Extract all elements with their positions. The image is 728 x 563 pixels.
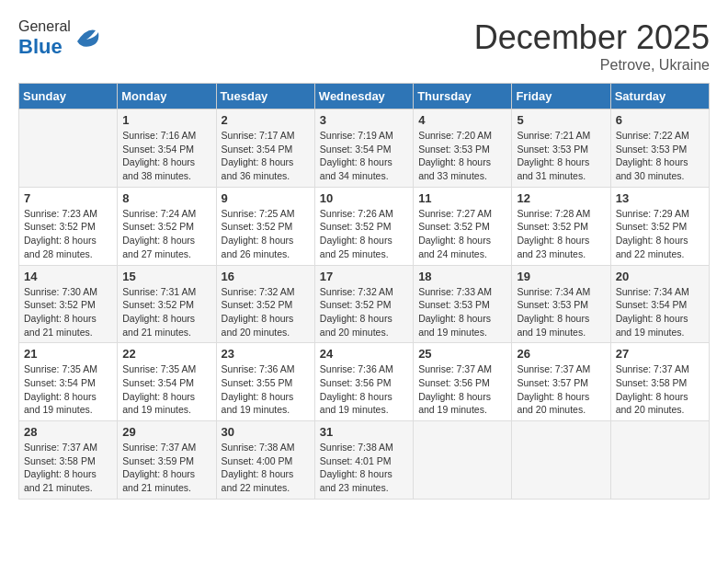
sunset-text: Sunset: 3:53 PM — [418, 143, 506, 156]
sunrise-text: Sunrise: 7:34 AM — [517, 285, 605, 299]
calendar-cell: 9Sunrise: 7:25 AMSunset: 3:52 PMDaylight… — [216, 187, 314, 265]
calendar-cell: 18Sunrise: 7:33 AMSunset: 3:53 PMDayligh… — [414, 265, 512, 343]
weekday-header-sunday: Sunday — [19, 84, 118, 109]
daylight-text: Daylight: 8 hours and 19 minutes. — [320, 390, 408, 417]
daylight-text: Daylight: 8 hours and 19 minutes. — [122, 390, 210, 417]
cell-content: Sunrise: 7:29 AMSunset: 3:52 PMDaylight:… — [616, 207, 704, 261]
daylight-text: Daylight: 8 hours and 33 minutes. — [418, 155, 506, 182]
sunrise-text: Sunrise: 7:37 AM — [517, 362, 605, 376]
daylight-text: Daylight: 8 hours and 21 minutes. — [122, 312, 210, 339]
day-number: 29 — [122, 425, 210, 439]
sunset-text: Sunset: 3:52 PM — [418, 220, 506, 234]
daylight-text: Daylight: 8 hours and 19 minutes. — [418, 312, 506, 339]
sunrise-text: Sunrise: 7:37 AM — [24, 441, 112, 454]
day-number: 18 — [418, 270, 506, 283]
calendar-cell: 17Sunrise: 7:32 AMSunset: 3:52 PMDayligh… — [314, 265, 413, 343]
calendar-cell: 25Sunrise: 7:37 AMSunset: 3:56 PMDayligh… — [414, 343, 512, 421]
day-number: 27 — [616, 347, 704, 361]
sunrise-text: Sunrise: 7:32 AM — [222, 285, 310, 299]
cell-content: Sunrise: 7:21 AMSunset: 3:53 PMDaylight:… — [517, 129, 605, 183]
daylight-text: Daylight: 8 hours and 20 minutes. — [616, 390, 704, 417]
calendar-cell: 13Sunrise: 7:29 AMSunset: 3:52 PMDayligh… — [610, 187, 709, 265]
weekday-header-row: SundayMondayTuesdayWednesdayThursdayFrid… — [19, 84, 710, 109]
sunrise-text: Sunrise: 7:35 AM — [122, 362, 210, 376]
day-number: 5 — [517, 113, 605, 127]
calendar-cell — [610, 421, 709, 500]
sunset-text: Sunset: 3:54 PM — [320, 143, 408, 156]
calendar-cell: 10Sunrise: 7:26 AMSunset: 3:52 PMDayligh… — [314, 187, 413, 265]
weekday-header-tuesday: Tuesday — [216, 84, 314, 109]
cell-content: Sunrise: 7:37 AMSunset: 3:57 PMDaylight:… — [517, 362, 605, 417]
calendar-body: 1Sunrise: 7:16 AMSunset: 3:54 PMDaylight… — [19, 109, 710, 500]
weekday-header-saturday: Saturday — [610, 84, 709, 109]
sunrise-text: Sunrise: 7:28 AM — [517, 207, 605, 221]
logo-icon — [73, 23, 100, 51]
calendar-cell: 26Sunrise: 7:37 AMSunset: 3:57 PMDayligh… — [512, 343, 610, 421]
day-number: 17 — [320, 270, 408, 283]
sunrise-text: Sunrise: 7:37 AM — [616, 362, 704, 376]
sunrise-text: Sunrise: 7:27 AM — [418, 207, 506, 221]
daylight-text: Daylight: 8 hours and 28 minutes. — [24, 234, 112, 260]
cell-content: Sunrise: 7:24 AMSunset: 3:52 PMDaylight:… — [122, 207, 210, 261]
daylight-text: Daylight: 8 hours and 20 minutes. — [222, 312, 310, 339]
sunrise-text: Sunrise: 7:36 AM — [320, 362, 408, 376]
daylight-text: Daylight: 8 hours and 19 minutes. — [24, 390, 112, 417]
cell-content: Sunrise: 7:22 AMSunset: 3:53 PMDaylight:… — [616, 129, 704, 183]
sunset-text: Sunset: 3:54 PM — [616, 298, 704, 312]
sunrise-text: Sunrise: 7:30 AM — [24, 285, 112, 299]
sunrise-text: Sunrise: 7:38 AM — [320, 441, 408, 454]
calendar-week-row: 28Sunrise: 7:37 AMSunset: 3:58 PMDayligh… — [19, 421, 710, 500]
daylight-text: Daylight: 8 hours and 19 minutes. — [517, 312, 605, 339]
cell-content: Sunrise: 7:35 AMSunset: 3:54 PMDaylight:… — [24, 362, 112, 417]
cell-content: Sunrise: 7:26 AMSunset: 3:52 PMDaylight:… — [320, 207, 408, 261]
day-number: 4 — [418, 113, 506, 127]
calendar-table: SundayMondayTuesdayWednesdayThursdayFrid… — [18, 83, 710, 500]
calendar-cell — [414, 421, 512, 500]
cell-content: Sunrise: 7:34 AMSunset: 3:53 PMDaylight:… — [517, 285, 605, 339]
cell-content: Sunrise: 7:33 AMSunset: 3:53 PMDaylight:… — [418, 285, 506, 339]
sunset-text: Sunset: 3:52 PM — [616, 220, 704, 234]
daylight-text: Daylight: 8 hours and 25 minutes. — [320, 234, 408, 260]
daylight-text: Daylight: 8 hours and 21 minutes. — [24, 467, 112, 494]
month-title: December 2025 — [474, 18, 710, 57]
sunset-text: Sunset: 4:01 PM — [320, 454, 408, 468]
sunrise-text: Sunrise: 7:37 AM — [418, 362, 506, 376]
calendar-cell: 7Sunrise: 7:23 AMSunset: 3:52 PMDaylight… — [19, 187, 118, 265]
sunrise-text: Sunrise: 7:26 AM — [320, 207, 408, 221]
day-number: 9 — [222, 191, 310, 205]
sunset-text: Sunset: 3:54 PM — [122, 376, 210, 390]
cell-content: Sunrise: 7:31 AMSunset: 3:52 PMDaylight:… — [122, 285, 210, 339]
cell-content: Sunrise: 7:20 AMSunset: 3:53 PMDaylight:… — [418, 129, 506, 183]
sunset-text: Sunset: 3:56 PM — [418, 376, 506, 390]
day-number: 22 — [122, 347, 210, 361]
cell-content: Sunrise: 7:16 AMSunset: 3:54 PMDaylight:… — [122, 129, 210, 183]
daylight-text: Daylight: 8 hours and 19 minutes. — [418, 390, 506, 417]
calendar-cell: 22Sunrise: 7:35 AMSunset: 3:54 PMDayligh… — [118, 343, 216, 421]
daylight-text: Daylight: 8 hours and 22 minutes. — [616, 234, 704, 260]
sunrise-text: Sunrise: 7:36 AM — [222, 362, 310, 376]
cell-content: Sunrise: 7:37 AMSunset: 3:58 PMDaylight:… — [24, 441, 112, 495]
day-number: 26 — [517, 347, 605, 361]
calendar-cell: 8Sunrise: 7:24 AMSunset: 3:52 PMDaylight… — [118, 187, 216, 265]
sunrise-text: Sunrise: 7:24 AM — [122, 207, 210, 221]
calendar-cell: 5Sunrise: 7:21 AMSunset: 3:53 PMDaylight… — [512, 109, 610, 188]
sunset-text: Sunset: 3:52 PM — [222, 298, 310, 312]
sunset-text: Sunset: 3:58 PM — [616, 376, 704, 390]
logo: General Blue — [18, 18, 100, 59]
title-section: December 2025 Petrove, Ukraine — [474, 18, 710, 74]
sunset-text: Sunset: 3:54 PM — [122, 143, 210, 156]
day-number: 23 — [222, 347, 310, 361]
day-number: 24 — [320, 347, 408, 361]
cell-content: Sunrise: 7:28 AMSunset: 3:52 PMDaylight:… — [517, 207, 605, 261]
calendar-cell: 19Sunrise: 7:34 AMSunset: 3:53 PMDayligh… — [512, 265, 610, 343]
day-number: 30 — [222, 425, 310, 439]
daylight-text: Daylight: 8 hours and 20 minutes. — [320, 312, 408, 339]
calendar-cell: 14Sunrise: 7:30 AMSunset: 3:52 PMDayligh… — [19, 265, 118, 343]
day-number: 21 — [24, 347, 112, 361]
sunrise-text: Sunrise: 7:21 AM — [517, 129, 605, 143]
cell-content: Sunrise: 7:19 AMSunset: 3:54 PMDaylight:… — [320, 129, 408, 183]
day-number: 15 — [122, 270, 210, 283]
sunset-text: Sunset: 3:52 PM — [24, 298, 112, 312]
sunrise-text: Sunrise: 7:20 AM — [418, 129, 506, 143]
daylight-text: Daylight: 8 hours and 22 minutes. — [222, 467, 310, 494]
